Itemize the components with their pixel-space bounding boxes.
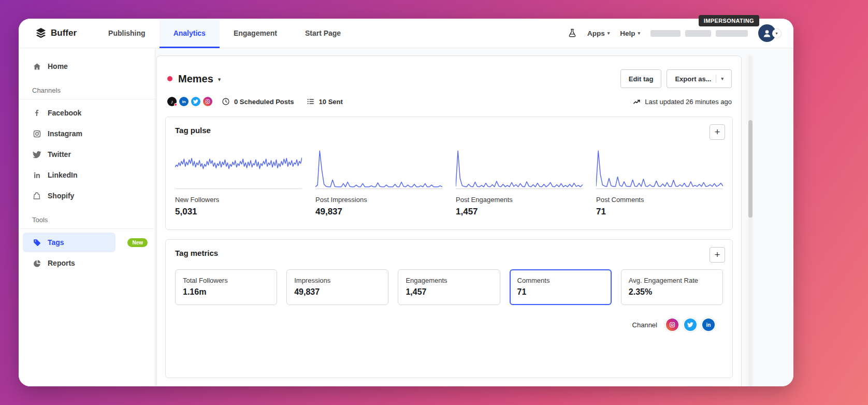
twitter-icon [191,97,200,106]
reports-icon [32,259,41,268]
metric-box-impressions[interactable]: Impressions 49,837 [286,269,388,305]
pulse-metric-post-comments: Post Comments 71 [596,149,723,217]
channel-filter-label: Channel [632,321,657,329]
trend-line-icon [633,98,641,106]
export-as-button[interactable]: Export as... ▾ [667,69,732,88]
sidebar-item-linkedin[interactable]: LinkedIn [23,165,115,185]
twitter-channel-toggle[interactable] [684,319,697,331]
sidebar-item-instagram[interactable]: Instagram [23,124,115,143]
sidebar-item-tags[interactable]: Tags New [23,233,115,252]
list-icon [307,97,315,106]
button-divider [716,75,716,83]
tab-start-page[interactable]: Start Page [291,19,355,48]
metric-box-total-followers[interactable]: Total Followers 1.16m [175,269,277,305]
metric-label: Avg. Engagement Rate [629,277,715,284]
card-title: Tag pulse [175,126,723,135]
add-metrics-widget-button[interactable]: + [710,247,725,263]
impersonating-badge: IMPERSONATING [699,15,759,26]
metric-label: Impressions [294,277,381,284]
metric-label: Total Followers [183,277,269,284]
tools-section-header: Tools [19,207,155,229]
buffer-layers-icon [35,27,47,39]
sent-posts-label: 10 Sent [319,98,343,106]
metric-box-avg-engagement-rate[interactable]: Avg. Engagement Rate 2.35% [621,269,723,305]
report-header: Memes ▾ Edit tag Export as... ▾ [157,56,741,117]
metric-value: 2.35% [629,287,715,297]
redacted-text [650,30,681,37]
tiktok-icon: ♪ [167,97,177,106]
sidebar-item-reports[interactable]: Reports [23,253,115,273]
metric-value: 1,457 [456,207,583,217]
post-impressions-sparkline [315,149,442,189]
help-label: Help [620,30,635,37]
chevron-down-icon[interactable]: ▾ [218,76,221,83]
linkedin-icon: in [179,97,189,106]
linkedin-icon [32,171,41,179]
add-pulse-widget-button[interactable]: + [710,124,725,140]
sidebar-item-shopify[interactable]: Shopify [23,186,115,206]
linkedin-channel-toggle[interactable]: in [702,319,715,331]
navbar-right: Apps ▾ Help ▾ [568,19,793,48]
metric-value: 1,457 [406,287,492,297]
tab-publishing[interactable]: Publishing [94,19,160,48]
buffer-logo[interactable]: Buffer [35,19,77,48]
apps-label: Apps [587,30,605,37]
sidebar-item-home[interactable]: Home [23,56,115,76]
metric-label: Post Engagements [456,196,583,204]
metric-value: 5,031 [175,207,302,217]
tag-color-dot [167,76,172,81]
metric-value: 49,837 [315,207,442,217]
metric-label: Post Impressions [315,196,442,204]
metric-box-comments[interactable]: Comments 71 [510,269,612,305]
tag-report-panel: Memes ▾ Edit tag Export as... ▾ [156,55,742,386]
clock-icon [222,97,230,106]
card-title: Tag metrics [175,249,723,257]
edit-tag-button[interactable]: Edit tag [620,69,662,88]
sidebar-item-label: Facebook [48,109,81,117]
metric-value: 71 [517,287,604,297]
labs-flask-icon[interactable] [568,28,577,38]
pulse-metric-post-impressions: Post Impressions 49,837 [315,149,442,217]
primary-tabs: Publishing Analytics Engagement Start Pa… [94,19,355,48]
tag-channel-avatars: ♪ in [167,97,212,106]
twitter-icon [32,150,41,159]
redacted-text [685,30,711,37]
redacted-account-info [650,30,748,37]
tag-icon [32,238,41,247]
metric-value: 49,837 [294,287,381,297]
channel-filter-row: Channel in [175,319,723,331]
sidebar-item-label: Home [48,62,68,70]
chevron-down-icon: ▾ [607,31,610,36]
metric-value: 71 [596,207,723,217]
sidebar-item-label: Reports [48,259,75,267]
app-window: Buffer Publishing Analytics Engagement S… [19,19,793,386]
apps-menu[interactable]: Apps ▾ [587,30,610,37]
edit-tag-label: Edit tag [629,75,654,83]
scheduled-posts-label: 0 Scheduled Posts [234,98,294,106]
sidebar-item-label: Twitter [48,150,71,158]
scrollbar-track[interactable] [748,55,753,386]
sent-posts-stat: 10 Sent [307,97,343,106]
tag-pulse-card: Tag pulse + New Followers 5,031 Post Imp… [165,117,733,230]
main-content: Memes ▾ Edit tag Export as... ▾ [155,48,793,386]
page-title: Memes [178,73,213,85]
sidebar-item-label: LinkedIn [48,171,78,179]
metric-box-engagements[interactable]: Engagements 1,457 [398,269,500,305]
post-engagements-sparkline [456,149,583,189]
metric-label: Engagements [406,277,492,284]
metric-label: New Followers [175,196,302,204]
tag-metrics-card: Tag metrics + Total Followers 1.16m Impr… [165,239,733,378]
scrollbar-thumb[interactable] [748,120,753,218]
channels-section-header: Channels [19,77,155,99]
instagram-channel-toggle[interactable] [666,319,678,331]
help-menu[interactable]: Help ▾ [620,30,640,37]
sidebar-item-twitter[interactable]: Twitter [23,144,115,164]
shopify-icon [32,192,41,200]
brand-name: Buffer [51,28,77,38]
metric-value: 1.16m [183,287,269,297]
sidebar-item-facebook[interactable]: Facebook [23,103,115,123]
avatar[interactable]: ▾ [758,24,781,42]
tab-engagement[interactable]: Engagement [220,19,291,48]
tab-analytics[interactable]: Analytics [160,19,220,48]
new-badge: New [127,238,148,247]
